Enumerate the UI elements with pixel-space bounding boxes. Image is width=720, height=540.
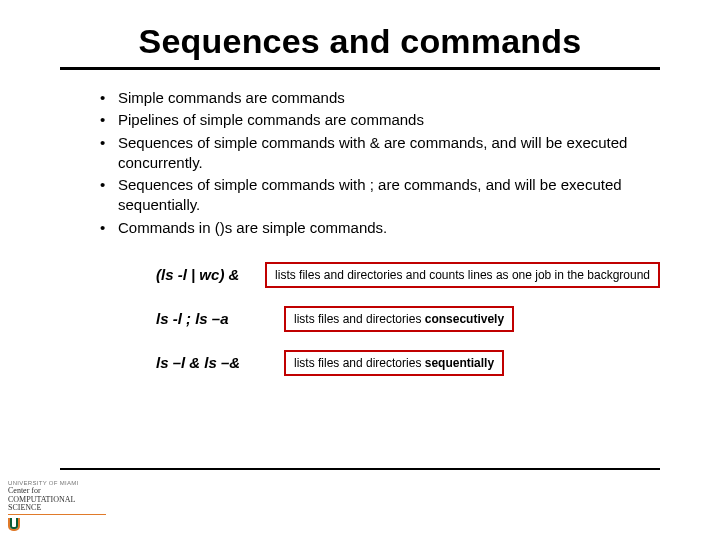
bullet-item: Sequences of simple commands with ; are … <box>100 175 650 216</box>
example-description: lists files and directories consecutivel… <box>284 306 514 332</box>
example-command: ls –l & ls –& <box>156 354 284 371</box>
example-description: lists files and directories sequentially <box>284 350 504 376</box>
footer-center-line1: Center for <box>8 486 41 495</box>
footer-accent-bar <box>8 514 106 515</box>
example-row: ls –l & ls –& lists files and directorie… <box>156 350 660 376</box>
example-row: (ls -l | wc) & lists files and directori… <box>156 262 660 288</box>
footer-center-line3: SCIENCE <box>8 503 41 512</box>
bottom-rule <box>60 468 660 470</box>
example-command: ls -l ; ls –a <box>156 310 284 327</box>
example-description: lists files and directories and counts l… <box>265 262 660 288</box>
example-row: ls -l ; ls –a lists files and directorie… <box>156 306 660 332</box>
bullet-item: Commands in ()s are simple commands. <box>100 218 650 238</box>
bullet-item: Sequences of simple commands with & are … <box>100 133 650 174</box>
slide: Sequences and commands Simple commands a… <box>0 0 720 540</box>
title-rule <box>60 67 660 70</box>
footer-center-line2: COMPUTATIONAL <box>8 495 75 504</box>
examples-table: (ls -l | wc) & lists files and directori… <box>156 262 660 376</box>
bullet-item: Simple commands are commands <box>100 88 650 108</box>
footer: UNIVERSITY OF MIAMI Center for COMPUTATI… <box>8 480 106 534</box>
um-logo-icon <box>8 517 28 531</box>
bullet-list: Simple commands are commands Pipelines o… <box>60 88 660 238</box>
slide-title: Sequences and commands <box>60 22 660 61</box>
example-command: (ls -l | wc) & <box>156 266 265 283</box>
bullet-item: Pipelines of simple commands are command… <box>100 110 650 130</box>
